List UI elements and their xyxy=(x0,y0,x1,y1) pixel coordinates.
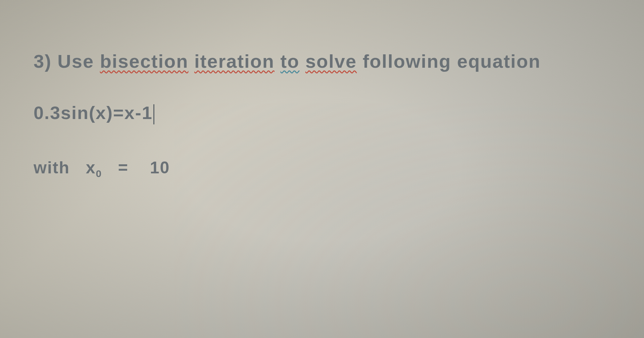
word-iteration: iteration xyxy=(194,51,275,72)
problem-instruction: 3) Use bisection iteration to solve foll… xyxy=(34,50,617,72)
text-cursor xyxy=(153,104,154,124)
word-to: to xyxy=(281,51,300,72)
equation-text: 0.3sin(x)=x-1 xyxy=(34,103,153,123)
word-solve: solve xyxy=(305,51,357,72)
problem-text: 3) Use bisection iteration to solve foll… xyxy=(34,50,617,210)
variable-x: x0 xyxy=(86,158,102,177)
initial-value: 10 xyxy=(150,158,170,177)
equation-line: 0.3sin(x)=x-1 xyxy=(34,102,617,124)
problem-number: 3) xyxy=(34,51,52,72)
word-bisection: bisection xyxy=(100,51,189,72)
initial-condition: with x0 = 10 xyxy=(34,158,617,179)
